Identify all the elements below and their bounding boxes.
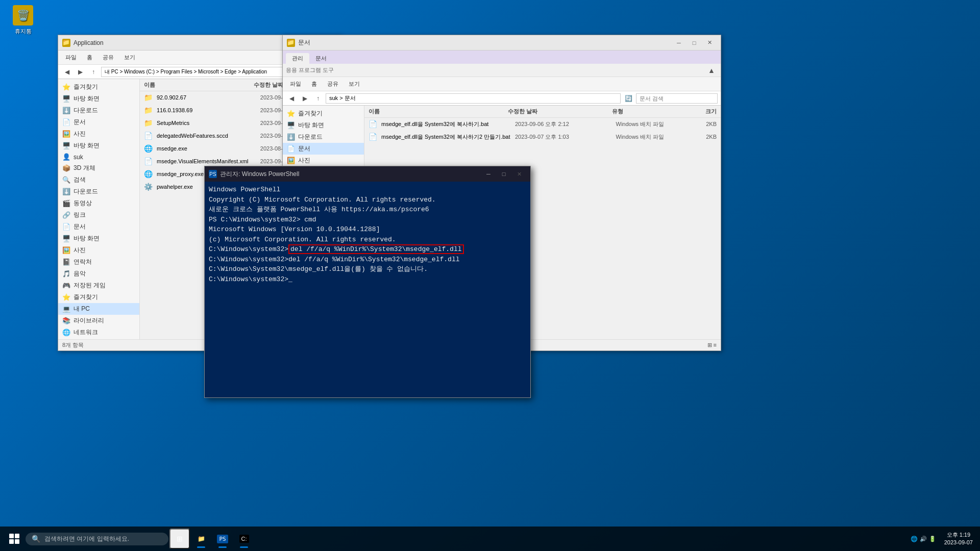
sidebar-right-photos[interactable]: 🖼️ 사진 — [283, 155, 364, 166]
sidebar-item-links[interactable]: 🔗 링크 — [58, 209, 139, 221]
table-row[interactable]: 📄 msedge_elf.dll을 System32에 복사하기.bat 202… — [364, 118, 721, 131]
explorer-right-title: 문서 — [298, 38, 310, 47]
sidebar-item-video[interactable]: 🎬 동영상 — [58, 197, 139, 209]
sidebar-item-download1[interactable]: ⬇️ 다운로드 — [58, 105, 139, 116]
exe-icon-6: 🌐 — [144, 170, 153, 178]
sidebar-right-downloads[interactable]: ⬇️ 다운로드 — [283, 131, 364, 143]
star-icon-r: ⭐ — [287, 110, 295, 117]
ps-line-14: C:\Windows\system32>_ — [209, 274, 526, 285]
sidebar-right-favorites[interactable]: ⭐ 즐겨찾기 — [283, 108, 364, 119]
address-input-right[interactable] — [326, 93, 621, 104]
sidebar-item-photos2[interactable]: 🖼️ 사진 — [58, 244, 139, 256]
sidebar-savedgames-label: 저장된 게임 — [74, 281, 106, 290]
ribbon-tab-share-right[interactable]: 공유 — [323, 79, 342, 89]
ps-line-11: C:\Windows\system32>del /f/a/q %WinDir%\… — [209, 255, 526, 265]
sidebar-item-library[interactable]: 📚 라이브러리 — [58, 315, 139, 327]
user-icon: 👤 — [62, 153, 70, 161]
star-icon2: ⭐ — [62, 293, 70, 301]
sidebar-item-3d[interactable]: 📦 3D 개체 — [58, 162, 139, 174]
sidebar-item-contacts[interactable]: 📓 연락처 — [58, 256, 139, 268]
sidebar-right-documents[interactable]: 📄 문서 — [283, 143, 364, 155]
ribbon-tab-view-left[interactable]: 보기 — [120, 53, 139, 62]
ps-minimize-button[interactable]: ─ — [481, 169, 496, 179]
task-view-button[interactable]: ⊞ — [169, 529, 190, 549]
ps-line-1: Copyright (C) Microsoft Corporation. All… — [209, 195, 526, 205]
sidebar-suk-label: suk — [74, 154, 83, 161]
file-name-2: SetupMetrics — [157, 120, 258, 126]
taskbar-app-cmd[interactable]: C: — [234, 529, 254, 549]
file-list-header-right: 이름 수정한 날짜 유형 크기 — [364, 106, 721, 118]
ps-maximize-button[interactable]: □ — [497, 169, 511, 179]
back-button-right[interactable]: ◀ — [286, 93, 297, 104]
games-icon: 🎮 — [62, 282, 70, 289]
photo-icon-r: 🖼️ — [287, 157, 295, 164]
sidebar-item-search[interactable]: 🔍 검색 — [58, 174, 139, 186]
file-name-0: 92.0.902.67 — [157, 94, 258, 101]
ps-close-button[interactable]: ✕ — [512, 169, 526, 179]
sidebar-library-label: 라이브러리 — [74, 316, 104, 325]
taskbar-search-icon: 🔍 — [32, 535, 40, 543]
ribbon-tab-file-right[interactable]: 파일 — [286, 79, 305, 89]
sidebar-item-favorites2[interactable]: ⭐ 즐겨찾기 — [58, 291, 139, 303]
sidebar-item-music[interactable]: 🎵 음악 — [58, 268, 139, 280]
sidebar-desktop3-label: 바탕 화면 — [74, 234, 100, 243]
file-name-5: msedge.VisualElementsManifest.xml — [157, 158, 258, 164]
network-icon-tray: 🌐 — [911, 536, 918, 542]
ribbon-tab-home-right[interactable]: 홈 — [307, 79, 321, 89]
up-button-right[interactable]: ↑ — [312, 93, 324, 104]
ps-line-6: Microsoft Windows [Version 10.0.19044.12… — [209, 224, 526, 235]
ribbon2-right: 응용 프로그램 도구 ▲ — [283, 64, 721, 77]
col-date-label-right: 수정한 날짜 — [508, 108, 612, 115]
table-row[interactable]: 📄 msedge_elf.dll을 System32에 복사하기2 만들기.ba… — [364, 131, 721, 143]
windows-logo — [9, 534, 19, 544]
ribbon-tab-view-right[interactable]: 보기 — [345, 79, 364, 89]
sidebar-item-photos1[interactable]: 🖼️ 사진 — [58, 128, 139, 140]
sidebar-item-favorites[interactable]: ⭐ 즐겨찾기 — [58, 81, 139, 93]
sidebar-item-documents1[interactable]: 📄 문서 — [58, 116, 139, 128]
back-button-left[interactable]: ◀ — [61, 66, 72, 78]
sidebar-item-mypc[interactable]: 💻 내 PC — [58, 303, 139, 315]
taskbar-clock[interactable]: 오후 1:19 2023-09-07 — [941, 531, 976, 547]
sidebar-item-desktop3[interactable]: 🖥️ 바탕 화면 — [58, 233, 139, 244]
forward-button-right[interactable]: ▶ — [299, 93, 310, 104]
ps-line-12: C:\Windows\System32\msedge_elf.dll을(를) 찾… — [209, 264, 526, 274]
sidebar-right-desktop[interactable]: 🖥️ 바탕 화면 — [283, 119, 364, 131]
close-button-right[interactable]: ✕ — [702, 38, 717, 48]
start-button[interactable] — [4, 529, 24, 549]
ps-content[interactable]: Windows PowerShell Copyright (C) Microso… — [205, 182, 530, 397]
explorer-app-icon: 📁 — [198, 535, 205, 542]
search-input-right[interactable] — [636, 93, 718, 104]
col-name-label-left: 이름 — [144, 81, 254, 89]
sidebar-item-savedgames[interactable]: 🎮 저장된 게임 — [58, 280, 139, 291]
forward-button-left[interactable]: ▶ — [75, 66, 86, 78]
sidebar-item-network[interactable]: 🌐 네트워크 — [58, 327, 139, 338]
sidebar-item-desktop2[interactable]: 🖥️ 바탕 화면 — [58, 140, 139, 152]
ribbon-tab-file-left[interactable]: 파일 — [61, 53, 81, 62]
ps-title-left: PS 관리자: Windows PowerShell — [209, 170, 299, 179]
taskbar-sys-tray: 🌐 🔊 🔋 — [906, 536, 940, 542]
refresh-button-right[interactable]: 🔄 — [623, 93, 634, 104]
window-controls-right: ─ □ ✕ — [672, 38, 717, 48]
address-bar-right: ◀ ▶ ↑ 🔄 — [283, 91, 721, 106]
tab-doc[interactable]: 문서 — [309, 53, 333, 64]
desktop-icon-recycle[interactable]: 🗑️ 휴지통 — [5, 5, 41, 35]
minimize-button-right[interactable]: ─ — [672, 38, 686, 48]
exe-icon-4: 🌐 — [144, 144, 153, 153]
taskbar-app-powershell[interactable]: PS — [212, 529, 233, 549]
maximize-button-right[interactable]: □ — [687, 38, 701, 48]
ribbon-tab-home-left[interactable]: 홈 — [83, 53, 96, 62]
sidebar-item-download2[interactable]: ⬇️ 다운로드 — [58, 186, 139, 197]
download-icon-r: ⬇️ — [287, 133, 295, 141]
sidebar-item-docs2[interactable]: 📄 문서 — [58, 221, 139, 233]
sidebar-item-desktop1[interactable]: 🖥️ 바탕 화면 — [58, 93, 139, 105]
sidebar-item-suk[interactable]: 👤 suk — [58, 152, 139, 162]
tab-manage[interactable]: 관리 — [286, 53, 309, 64]
col-type-label-right: 유형 — [612, 108, 681, 115]
up-button-left[interactable]: ↑ — [88, 66, 99, 78]
ribbon-tab-share-left[interactable]: 공유 — [99, 53, 118, 62]
taskbar-search-bar[interactable]: 🔍 검색하려면 여기에 입력하세요. — [26, 533, 168, 545]
doc-icon1: 📄 — [62, 118, 70, 126]
collapse-ribbon-button[interactable]: ▲ — [705, 65, 718, 76]
taskbar-app-explorer[interactable]: 📁 — [191, 529, 211, 549]
doc-icon2: 📄 — [62, 223, 70, 231]
